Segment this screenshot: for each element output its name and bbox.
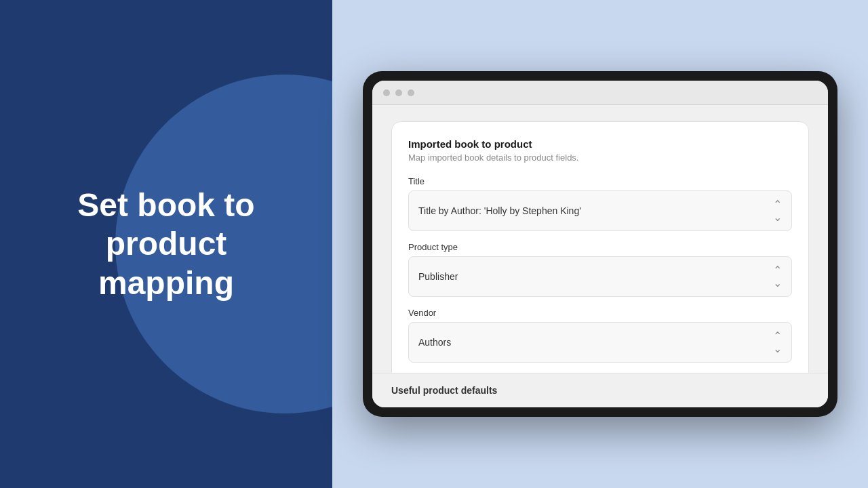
tablet-screen: Imported book to product Map imported bo… — [372, 81, 828, 407]
product-type-label: Product type — [408, 242, 792, 252]
card-subtitle: Map imported book details to product fie… — [408, 152, 792, 163]
topbar-dot-1 — [383, 89, 390, 96]
product-type-field-group: Product type Publisher ⌃⌄ — [408, 242, 792, 297]
vendor-select-value: Authors — [418, 337, 451, 348]
screen-topbar — [372, 81, 828, 105]
title-select[interactable]: Title by Author: 'Holly by Stephen King'… — [408, 190, 792, 231]
useful-defaults-title: Useful product defaults — [391, 385, 497, 396]
vendor-label: Vendor — [408, 308, 792, 318]
right-panel: Imported book to product Map imported bo… — [332, 0, 868, 488]
title-select-value: Title by Author: 'Holly by Stephen King' — [418, 205, 581, 216]
vendor-chevron-icon: ⌃⌄ — [773, 329, 782, 355]
title-chevron-icon: ⌃⌄ — [773, 198, 782, 224]
title-label: Title — [408, 176, 792, 186]
mapping-card: Imported book to product Map imported bo… — [391, 121, 809, 373]
tablet-device: Imported book to product Map imported bo… — [363, 71, 837, 417]
card-title: Imported book to product — [408, 138, 792, 150]
hero-title: Set book to product mapping — [50, 186, 281, 303]
topbar-dot-3 — [408, 89, 414, 96]
product-type-select[interactable]: Publisher ⌃⌄ — [408, 256, 792, 297]
product-type-chevron-icon: ⌃⌄ — [773, 264, 782, 289]
vendor-field-group: Vendor Authors ⌃⌄ — [408, 308, 792, 363]
topbar-dot-2 — [395, 89, 402, 96]
screen-content[interactable]: Imported book to product Map imported bo… — [372, 105, 828, 373]
vendor-select[interactable]: Authors ⌃⌄ — [408, 322, 792, 363]
left-panel: Set book to product mapping — [0, 0, 332, 488]
product-type-select-value: Publisher — [418, 271, 458, 282]
bottom-section: Useful product defaults — [372, 373, 828, 407]
title-field-group: Title Title by Author: 'Holly by Stephen… — [408, 176, 792, 231]
